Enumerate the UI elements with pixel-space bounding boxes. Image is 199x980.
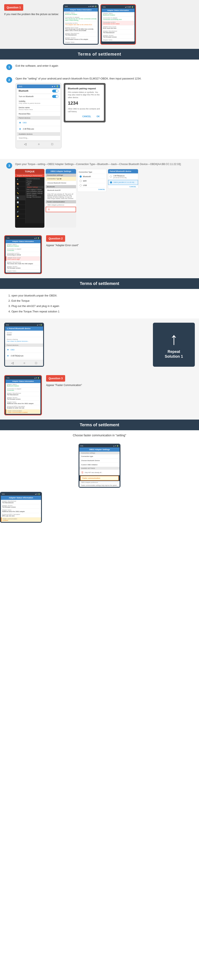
- bt-device-xiaomi[interactable]: 小米手机8[Auto [34:80:B3:D4:5E:5B]: [108, 173, 138, 180]
- q2-row-version: Adapter Version The firmware version: [6, 265, 40, 270]
- step2-text: Open the "setting" of your android,and s…: [16, 76, 193, 81]
- connection-cancel-button[interactable]: CANCEL: [98, 188, 105, 190]
- repeat-bt-statusbar: 9:41 ▲ ✦ 🔋: [5, 323, 43, 326]
- bt-obdii-text: OBDII [AA:BB:CC:11:22:33]: [113, 181, 134, 183]
- repeat-obd-device[interactable]: ✦ OBD: [5, 347, 43, 353]
- torque-menu-general[interactable]: ⚙: [15, 177, 25, 182]
- bt-obdii-radio: [110, 181, 112, 183]
- settlement2-step2: 2. Exit the Torque: [8, 298, 191, 303]
- repeat-xiaomi-device[interactable]: ✦ 小米手机8[Auto: [5, 353, 43, 359]
- question1-side: Question 1 If you meet the problem like …: [4, 4, 59, 16]
- torque-dash-install-label: Dash installation settings: [26, 191, 44, 192]
- question1-desc: If you meet the problem like the picture…: [4, 13, 59, 16]
- bt-device-cancel-button[interactable]: CANCEL: [130, 186, 136, 188]
- connection-option-wifi[interactable]: WiFi: [79, 179, 105, 183]
- final-obd2-screen: 9:41 ▲ ✦ 🔋 OBD2 Adapter Settings Connect…: [79, 444, 120, 488]
- connection-bt-label: Bluetooth: [83, 175, 91, 178]
- phone1-row-error: Adapter Error Count This should say 0 & …: [64, 26, 98, 32]
- repeat-nav-back[interactable]: ◁: [11, 361, 14, 364]
- torque-plugins-label: Plugins: [26, 182, 44, 184]
- torque-speech-label: Speech Adapter Settings: [26, 192, 44, 194]
- ok-button[interactable]: OK: [95, 115, 101, 118]
- repeat-phone-side: 9:41 ▲ ✦ 🔋 ◁ Paired Bluetooth device Sen…: [4, 323, 150, 367]
- q3-row-status: Adapter Status Bluetooth Enabled: [6, 383, 40, 387]
- phone1-status-bar: 9:41 ▲▼ WiFi 🔋: [64, 5, 98, 8]
- torque-menu-units[interactable]: 📏: [15, 191, 25, 196]
- final-adapter-faster: Faster communication Enabled: [1, 517, 41, 522]
- cancel-button[interactable]: CANCEL: [81, 115, 93, 118]
- torque-menu-data[interactable]: 📊: [15, 200, 25, 205]
- bt-nav-home[interactable]: ○: [38, 142, 39, 146]
- repeat-nav-recent[interactable]: □: [35, 361, 37, 364]
- repeat-sender-label: Sender: [7, 332, 41, 334]
- torque-menu-manage[interactable]: 📁: [15, 214, 25, 219]
- final-obd2-custom-init[interactable]: Custom OBD initiation: [79, 463, 120, 467]
- bt-device-screen: Paired Bluetooth device 小米手机8[Auto [34:8…: [108, 169, 138, 189]
- settlement2-step4: 4. Open the Torque.Then repeat solution …: [8, 309, 191, 314]
- torque-menu-speech[interactable]: 🔊: [15, 210, 25, 214]
- repeat-xiaomi-name: 小米手机8[Auto: [11, 355, 24, 357]
- repeat-device-row: Device sharing Can share to paired devic…: [5, 337, 43, 344]
- bt-xiaomi-label: 小米手机Auto: [23, 128, 34, 130]
- phone2-row-conn-ecu: Connection to ECU Connection to ECU fail…: [102, 21, 134, 25]
- phone2-title: Adapter Status Information: [102, 9, 134, 12]
- bt-device-obdii[interactable]: OBDII [AA:BB:CC:11:22:33]: [108, 180, 138, 185]
- bt-obdii-name: OBDII [AA:BB:CC:11:22:33]: [113, 181, 134, 183]
- final-adapter-notes: Adapter Notes Additional about the OBD2 …: [1, 509, 41, 513]
- torque-menu-plugins[interactable]: 🔌: [15, 186, 25, 191]
- question2-section: 9:41 ▲▼ 🔋 Adapter Status Information Ada…: [0, 231, 199, 278]
- question2-phone-screen: 9:41 ▲▼ 🔋 Adapter Status Information Ada…: [4, 235, 42, 274]
- obd2-faster-item[interactable]: ①: [46, 207, 76, 212]
- bt-toggle-row: Turn on Bluetooth: [17, 94, 60, 99]
- bt-toggle-switch[interactable]: [52, 95, 58, 98]
- pairing-body2: Allow OBD to access the contacts and cal…: [68, 108, 101, 113]
- connection-option-bluetooth[interactable]: Bluetooth: [79, 175, 105, 179]
- phone2-row-status: Adapter Status Bluetooth Enabled: [102, 12, 134, 17]
- obd2-connection-type[interactable]: Connection Type ▶: [46, 177, 76, 181]
- connection-picker-area: Connection Type Bluetooth WiFi USB: [77, 169, 107, 192]
- phone2-row-version: Adapter Version The firmware version: [102, 34, 134, 38]
- obd2-faster-desc: OBD1 Adapter preference: [46, 204, 76, 207]
- torque-menu-settings[interactable]: 📡: [15, 196, 25, 200]
- q2-phone-title: Adapter Status Information: [6, 240, 40, 243]
- torque-menu-themes[interactable]: 🎨: [15, 182, 25, 186]
- obd2-auto-connect[interactable]: Bluetooth AutoOff: [46, 188, 76, 192]
- q2-row-conn-ecu: Connection to ECU Connecting to vehicle: [6, 252, 40, 256]
- connection-type-selector: Connection Type Bluetooth WiFi USB: [77, 169, 107, 192]
- final-obd2-faster-highlight[interactable]: Faster communication: [80, 476, 119, 480]
- bt-received-files-label: Received files: [19, 113, 58, 115]
- connection-option-usb[interactable]: USB: [79, 183, 105, 188]
- repeat-nav-home[interactable]: ○: [24, 361, 25, 364]
- obd2-choose-bt[interactable]: Choose Bluetooth Device: [46, 181, 76, 185]
- phone2-row-notes: Adapter Notes: [102, 38, 134, 41]
- final-adapter-version: Adapter Version The firmware version: [1, 504, 41, 509]
- bt-nav-back[interactable]: ◁: [24, 142, 26, 146]
- bt-device-obd-label: OBD: [23, 122, 27, 124]
- pairing-dialog: Bluetooth pairing request PIN contains l…: [65, 85, 104, 121]
- final-obd2-conn-type[interactable]: Connection type: [79, 454, 120, 458]
- obd2-auto-off-desc: Only if BT was already off. This turns o…: [46, 192, 76, 200]
- bt-xiaomi-name: 小米手机8[Auto: [113, 175, 126, 177]
- bt-nav-recent[interactable]: □: [51, 142, 53, 146]
- final-obd2-shared-section: SHARED SETTINGS: [79, 467, 120, 470]
- terms-header-3: Terms of settlement: [0, 420, 199, 430]
- torque-screens: TORQUE Engine Monitoring & Performance ⚙…: [15, 169, 193, 228]
- repeat-paired-section: Paired devices: [5, 344, 43, 347]
- phone1-row-status: Adapter Status Bluetooth Enabled: [64, 11, 98, 16]
- repeat-xiaomi-icon: ✦: [7, 354, 9, 358]
- bt-toggle[interactable]: [52, 89, 58, 92]
- torque-manage-alarms-label: Manage Alarms: [26, 194, 44, 196]
- bt-device-xiaomi[interactable]: ✦ 小米手机Auto: [17, 126, 60, 132]
- final-obd2-choose-bt[interactable]: Choose bluetooth Device: [79, 458, 120, 463]
- bt-visibility-label: Visibility: [19, 100, 58, 102]
- q2-row-mfr: Adapter Manufacturer This shows who made…: [6, 261, 40, 265]
- repeat-device-value[interactable]: Can share to paired devices...: [7, 340, 41, 342]
- question1-section: Question 1 If you meet the problem like …: [0, 0, 199, 49]
- steps-section-1: 1 Exit the software, and enter it again …: [0, 60, 199, 159]
- phone2-row-mfr: Adapter Manufacturer The Manufacturer: [102, 30, 134, 34]
- bt-device-obd[interactable]: ✦ OBD: [17, 120, 60, 126]
- repeat-label: RepeatSolution 1: [165, 349, 183, 359]
- bt-xiaomi-icon: ✦: [19, 127, 21, 131]
- q3-row-mfr: Adapter Manufacturer The Manufacturer: [6, 392, 40, 396]
- torque-menu-dash[interactable]: 💡: [15, 205, 25, 210]
